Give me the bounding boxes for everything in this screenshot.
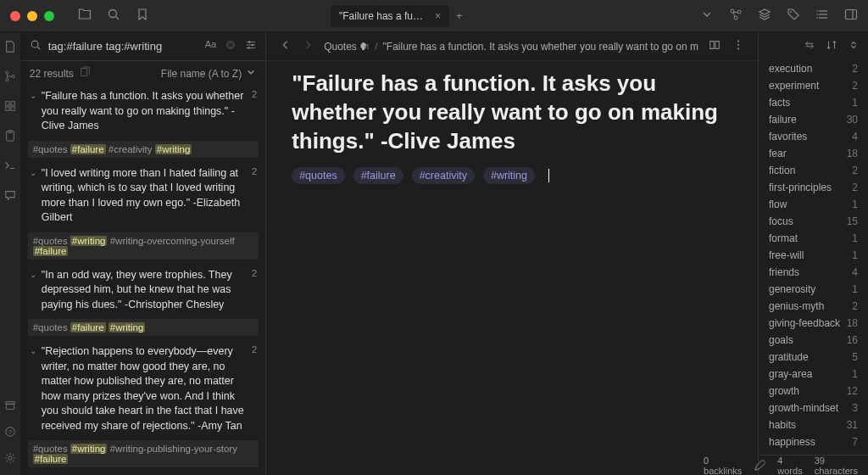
tag-count: 4 [852,266,858,278]
folder-icon[interactable] [78,8,92,24]
layers-icon[interactable] [758,8,771,24]
tag-item[interactable]: giving-feedback18 [769,315,858,332]
result-tags: #quotes #writing #writing-publishing-you… [28,440,259,467]
sort-dropdown[interactable]: File name (A to Z) [161,66,257,81]
tag-item[interactable]: generosity1 [769,281,858,298]
file-icon[interactable] [4,41,16,55]
tag-name: habits [769,419,796,431]
gear-icon[interactable] [4,452,16,467]
tag-item[interactable]: genius-myth2 [769,298,858,315]
settings-icon[interactable] [245,39,257,53]
tag-item[interactable]: favorites4 [769,128,858,145]
breadcrumb[interactable]: Quotes 🗣 / "Failure has a function. It a… [324,41,698,53]
search-result[interactable]: ⌄ "Failure has a function. It asks you w… [28,86,259,158]
tab-close-icon[interactable]: × [435,10,441,22]
result-collapse-icon[interactable]: ⌄ [30,168,36,177]
char-count[interactable]: 39 characters [815,455,858,476]
note-tag[interactable]: #failure [353,167,403,184]
tag-item[interactable]: execution2 [769,60,858,77]
tag-item[interactable]: first-principles2 [769,179,858,196]
new-tab-icon[interactable]: + [456,9,463,22]
nav-back-icon[interactable] [280,39,292,53]
svg-point-43 [737,44,739,46]
search-result[interactable]: ⌄ "In an odd way, they were trophies. Th… [28,265,259,337]
result-match-count: 2 [252,166,257,176]
search-input[interactable] [48,40,198,53]
note-title[interactable]: "Failure has a function. It asks you whe… [292,70,732,155]
search-result[interactable]: ⌄ "Rejection happens to everybody—every … [28,341,259,467]
tag-item[interactable]: friends4 [769,264,858,281]
svg-point-9 [790,11,792,13]
more-icon[interactable] [732,39,744,53]
tag-name: execution [769,63,812,75]
tab-active[interactable]: "Failure has a function. It... × [331,5,449,27]
tag-name: gratitude [769,351,809,363]
window-maximize[interactable] [44,11,54,21]
tag-item[interactable]: experiment2 [769,77,858,94]
archive-icon[interactable] [4,400,16,414]
tag-item[interactable]: happiness7 [769,433,858,450]
tag-item[interactable]: flow1 [769,196,858,213]
svg-rect-28 [6,404,14,409]
chevron-down-icon[interactable] [700,8,714,24]
tag-count: 12 [847,385,858,397]
nav-forward-icon[interactable] [302,39,314,53]
result-collapse-icon[interactable]: ⌄ [30,346,36,355]
tag-item[interactable]: gratitude5 [769,349,858,366]
tag-item[interactable]: facts1 [769,94,858,111]
help-icon[interactable]: ? [4,426,16,440]
tab-title: "Failure has a function. It... [339,10,428,22]
result-collapse-icon[interactable]: ⌄ [30,270,36,279]
tag-item[interactable]: gray-area1 [769,366,858,383]
note-tag[interactable]: #writing [483,167,535,184]
reading-mode-icon[interactable] [709,39,721,53]
clear-search-icon[interactable] [225,39,236,53]
edit-status-icon[interactable] [754,460,765,472]
tag-name: flow [769,198,787,210]
match-case-icon[interactable]: Aa [205,39,216,53]
result-collapse-icon[interactable]: ⌄ [30,91,36,100]
tag-name: gray-area [769,368,812,380]
list-icon[interactable] [815,8,829,24]
right-panel-toggle-icon[interactable] [844,8,858,24]
terminal-icon[interactable] [4,159,16,174]
tag-item[interactable]: fear18 [769,145,858,162]
tag-item[interactable]: free-will1 [769,247,858,264]
breadcrumb-folder[interactable]: Quotes 🗣 [324,41,370,53]
clipboard-icon[interactable] [4,130,16,144]
window-close[interactable] [10,11,20,21]
tag-count: 1 [852,198,858,210]
collapse-icon[interactable] [804,39,815,53]
git-icon[interactable] [4,70,16,85]
tag-item[interactable]: focus15 [769,213,858,230]
graph-icon[interactable] [729,8,743,24]
word-count[interactable]: 4 words [777,455,802,476]
tag-item[interactable]: growth-mindset3 [769,400,858,416]
search-result[interactable]: ⌄ "I loved writing more than I hated fai… [28,163,259,260]
expand-icon[interactable] [848,39,860,53]
backlinks-status[interactable]: 0 backlinks [704,455,742,476]
tag-item[interactable]: growth12 [769,383,858,400]
result-tags: #quotes #writing #writing-overcoming-you… [28,232,259,260]
sort-tags-icon[interactable] [826,39,837,53]
note-tags[interactable]: #quotes#failure#creativity#writing [292,167,732,184]
window-minimize[interactable] [27,11,37,21]
svg-point-0 [109,10,117,18]
svg-point-31 [8,456,12,460]
svg-point-32 [31,41,38,48]
tag-item[interactable]: fiction2 [769,162,858,179]
tag-item[interactable]: failure30 [769,111,858,128]
bookmark-icon[interactable] [136,8,149,24]
search-titlebar-icon[interactable] [107,8,120,24]
tag-item[interactable]: goals16 [769,332,858,349]
chat-icon[interactable] [4,189,16,204]
note-tag[interactable]: #creativity [412,167,475,184]
tag-name: fiction [769,165,795,176]
copy-results-icon[interactable] [79,66,91,81]
tag-icon[interactable] [787,8,800,24]
tag-item[interactable]: habits31 [769,416,858,433]
tag-item[interactable]: format1 [769,230,858,247]
grid-icon[interactable] [4,100,16,115]
breadcrumb-title[interactable]: "Failure has a function. It asks you whe… [383,41,698,53]
note-tag[interactable]: #quotes [292,167,344,184]
